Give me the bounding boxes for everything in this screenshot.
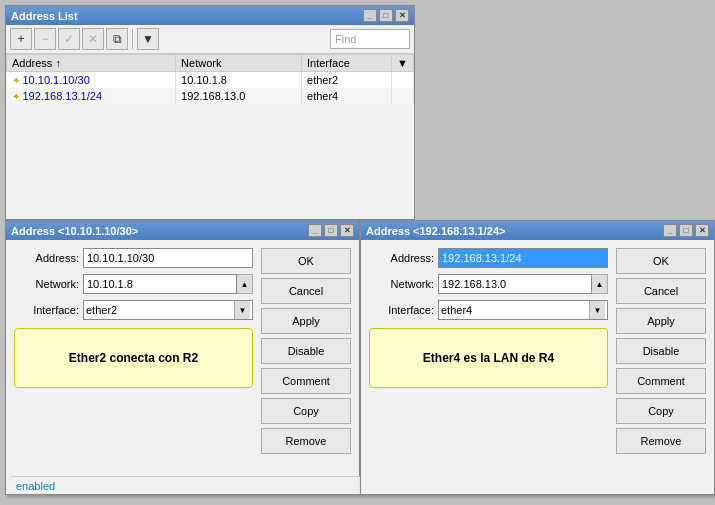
remove-toolbar-button[interactable]: −: [34, 28, 56, 50]
detail2-minimize[interactable]: _: [663, 224, 677, 237]
interface-field-row-2: Interface: ether4 ▼: [369, 300, 608, 320]
gray-area: [415, 5, 710, 220]
find-input[interactable]: [330, 29, 410, 49]
detail1-maximize[interactable]: □: [324, 224, 338, 237]
detail2-controls: _ □ ✕: [663, 224, 709, 237]
network-input-1[interactable]: [83, 274, 237, 294]
comment-button-1[interactable]: Comment: [261, 368, 351, 394]
network-up-btn-1[interactable]: ▲: [237, 274, 253, 294]
interface-label: Interface:: [14, 304, 79, 316]
detail2-left: Address: Network: ▲ Interface: ether4 ▼ …: [369, 248, 608, 454]
interface-label-2: Interface:: [369, 304, 434, 316]
address-list-window: Address List _ □ ✕ + − ✓ ✕ ⧉ ▼ Address ↑…: [5, 5, 415, 220]
detail1-titlebar: Address <10.10.1.10/30> _ □ ✕: [6, 221, 359, 240]
detail2-maximize[interactable]: □: [679, 224, 693, 237]
row1-address: ✦10.10.1.10/30: [7, 72, 176, 89]
interface-dropdown-arrow-2[interactable]: ▼: [589, 301, 605, 319]
interface-dropdown-2[interactable]: ether4 ▼: [438, 300, 608, 320]
check-button[interactable]: ✓: [58, 28, 80, 50]
detail1-buttons: OK Cancel Apply Disable Comment Copy Rem…: [261, 248, 351, 454]
network-field-row-2: Network: ▲: [369, 274, 608, 294]
status-bar-1: enabled: [11, 476, 366, 494]
comment-button-2[interactable]: Comment: [616, 368, 706, 394]
cancel-button-1[interactable]: Cancel: [261, 278, 351, 304]
row2-network: 192.168.13.0: [176, 88, 302, 104]
network-field-row: Network: ▲: [14, 274, 253, 294]
network-field-container: ▲: [83, 274, 253, 294]
detail-window-1: Address <10.10.1.10/30> _ □ ✕ Address: N…: [5, 220, 360, 495]
copy-toolbar-button[interactable]: ⧉: [106, 28, 128, 50]
address-list-title: Address List: [11, 10, 78, 22]
disable-button-1[interactable]: Disable: [261, 338, 351, 364]
interface-value-2: ether4: [441, 304, 472, 316]
detail1-content: Address: Network: ▲ Interface: ether2 ▼ …: [6, 240, 359, 462]
ok-button-1[interactable]: OK: [261, 248, 351, 274]
col-interface[interactable]: Interface: [302, 55, 392, 72]
detail2-titlebar: Address <192.168.13.1/24> _ □ ✕: [361, 221, 714, 240]
detail2-content: Address: Network: ▲ Interface: ether4 ▼ …: [361, 240, 714, 462]
network-input-2[interactable]: [438, 274, 592, 294]
address-table: Address ↑ Network Interface ▼ ✦10.10.1.1…: [6, 54, 414, 104]
row2-address: ✦192.168.13.1/24: [7, 88, 176, 104]
address-table-container: Address ↑ Network Interface ▼ ✦10.10.1.1…: [6, 54, 414, 207]
address-list-controls: _ □ ✕: [363, 9, 409, 22]
interface-field-row: Interface: ether2 ▼: [14, 300, 253, 320]
tooltip-2: Ether4 es la LAN de R4: [369, 328, 608, 388]
address-field-row: Address:: [14, 248, 253, 268]
network-up-btn-2[interactable]: ▲: [592, 274, 608, 294]
interface-value-1: ether2: [86, 304, 117, 316]
network-label: Network:: [14, 278, 79, 290]
address-field-row-2: Address:: [369, 248, 608, 268]
remove-button-1[interactable]: Remove: [261, 428, 351, 454]
detail1-minimize[interactable]: _: [308, 224, 322, 237]
col-network[interactable]: Network: [176, 55, 302, 72]
remove-button-2[interactable]: Remove: [616, 428, 706, 454]
toolbar-separator: [132, 29, 133, 49]
detail1-title: Address <10.10.1.10/30>: [11, 225, 138, 237]
apply-button-2[interactable]: Apply: [616, 308, 706, 334]
status-text-1: enabled: [16, 480, 55, 492]
copy-button-2[interactable]: Copy: [616, 398, 706, 424]
col-filter[interactable]: ▼: [392, 55, 414, 72]
detail2-buttons: OK Cancel Apply Disable Comment Copy Rem…: [616, 248, 706, 454]
row1-extra: [392, 72, 414, 89]
address-input-2[interactable]: [438, 248, 608, 268]
address-label-2: Address:: [369, 252, 434, 264]
address-label: Address:: [14, 252, 79, 264]
interface-dropdown-1[interactable]: ether2 ▼: [83, 300, 253, 320]
table-row[interactable]: ✦192.168.13.1/24 192.168.13.0 ether4: [7, 88, 414, 104]
address-list-toolbar: + − ✓ ✕ ⧉ ▼: [6, 25, 414, 54]
detail1-left: Address: Network: ▲ Interface: ether2 ▼ …: [14, 248, 253, 454]
detail1-close[interactable]: ✕: [340, 224, 354, 237]
row2-extra: [392, 88, 414, 104]
copy-button-1[interactable]: Copy: [261, 398, 351, 424]
clear-button[interactable]: ✕: [82, 28, 104, 50]
filter-button[interactable]: ▼: [137, 28, 159, 50]
network-field-container-2: ▲: [438, 274, 608, 294]
interface-dropdown-arrow-1[interactable]: ▼: [234, 301, 250, 319]
detail2-close[interactable]: ✕: [695, 224, 709, 237]
detail1-controls: _ □ ✕: [308, 224, 354, 237]
address-list-titlebar: Address List _ □ ✕: [6, 6, 414, 25]
detail-window-2: Address <192.168.13.1/24> _ □ ✕ Address:…: [360, 220, 715, 495]
network-label-2: Network:: [369, 278, 434, 290]
tooltip-1: Ether2 conecta con R2: [14, 328, 253, 388]
ok-button-2[interactable]: OK: [616, 248, 706, 274]
close-button[interactable]: ✕: [395, 9, 409, 22]
row1-interface: ether2: [302, 72, 392, 89]
col-address[interactable]: Address ↑: [7, 55, 176, 72]
disable-button-2[interactable]: Disable: [616, 338, 706, 364]
add-button[interactable]: +: [10, 28, 32, 50]
maximize-button[interactable]: □: [379, 9, 393, 22]
minimize-button[interactable]: _: [363, 9, 377, 22]
apply-button-1[interactable]: Apply: [261, 308, 351, 334]
row1-network: 10.10.1.8: [176, 72, 302, 89]
detail2-title: Address <192.168.13.1/24>: [366, 225, 505, 237]
table-row[interactable]: ✦10.10.1.10/30 10.10.1.8 ether2: [7, 72, 414, 89]
cancel-button-2[interactable]: Cancel: [616, 278, 706, 304]
row2-interface: ether4: [302, 88, 392, 104]
address-input-1[interactable]: [83, 248, 253, 268]
